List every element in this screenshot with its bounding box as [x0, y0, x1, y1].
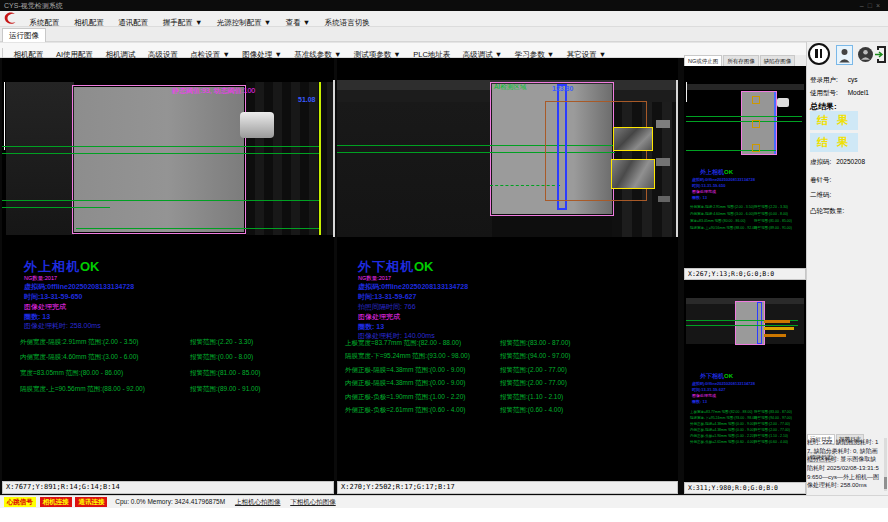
center-camera-ok-status: OK: [414, 259, 434, 274]
mini-alarm-text: 报警范围:(2.00 - 77.00): [754, 428, 790, 432]
mini-measurement-text: 外侧正极-隔膜=4.38mm 范围:(0.00 - 9.00): [690, 422, 755, 426]
close-button[interactable]: ×: [876, 2, 884, 9]
pause-button[interactable]: [808, 43, 830, 65]
virtual-code-label: 虚拟码:: [810, 158, 831, 165]
heartbeat-badge: 心跳信号: [4, 497, 36, 507]
mini-alarm-text: 报警范围:(2.20 - 3.30): [754, 205, 788, 209]
pin-number-label: 卷针号:: [810, 176, 831, 185]
lower-camera-heartbeat-link[interactable]: 下相机心拍图像: [290, 496, 336, 508]
left-done-line: 图像处理完成: [24, 302, 66, 312]
menu-bar: 系统配置 相机配置 通讯配置 握手配置 ▼ 光源控制配置 ▼ 查看 ▼ 系统语言…: [0, 11, 888, 27]
minimize-button[interactable]: –: [860, 2, 868, 9]
logout-button[interactable]: [875, 45, 888, 64]
mini-alarm-text: 报警范围:(0.60 - 4.00): [754, 440, 788, 444]
mini-measurement-text: 外侧宽度-隔膜:2.91mm 范围:(2.00 - 3.50): [690, 205, 754, 209]
alarm-range-text: 报警范围:(81.00 - 85.00): [190, 369, 260, 378]
mini-measurement-text: 外侧正极-负极=2.61mm 范围:(0.60 - 4.00): [690, 440, 755, 444]
tab-all-saved-images[interactable]: 所有存图像: [723, 55, 759, 66]
mini-top-marker-3: [752, 144, 760, 152]
pause-icon: [820, 49, 823, 58]
qr-code-label: 二维码:: [810, 191, 831, 200]
left-baseline-2: [2, 153, 319, 154]
mini-top-baseline-3: [686, 150, 776, 151]
left-view-statusbar: X:7677;Y:891;R:14;G:14;B:14: [2, 481, 334, 494]
mini-top-loops: 圈数: 13: [692, 195, 707, 200]
virtual-code-value: 20250208: [836, 158, 865, 165]
current-user-button[interactable]: [836, 45, 853, 65]
mini-top-camera-name: 外上相机: [700, 169, 724, 175]
toolbar-separator: [2, 48, 3, 58]
mini-bottom-loops: 圈数: 13: [692, 399, 707, 404]
mini-bottom-statusbar: X:311;Y:980;R:0;G:0;B:0: [684, 482, 806, 494]
mini-alarm-text: 报警范围:(1.10 - 2.10): [754, 434, 788, 438]
alarm-range-text: 报警范围:(1.10 - 2.10): [500, 393, 563, 402]
app-window: CYS-视觉检测系统 –□× 系统配置 相机配置 通讯配置 握手配置 ▼ 光源控…: [0, 0, 888, 522]
center-defect-rect-1: [613, 127, 653, 151]
user-icon: [837, 46, 852, 64]
tab-ng-stop-image[interactable]: NG或停止图: [684, 55, 722, 66]
mini-bottom-title: 外下相机OK: [700, 372, 733, 381]
result-box-1: 结 果: [810, 111, 858, 130]
center-measure-tag: 123.80: [552, 85, 573, 92]
mini-top-done: 图像处理完成: [692, 189, 716, 194]
center-camera-name: 外下相机: [358, 259, 414, 274]
mini-bottom-camera-name: 外下相机: [700, 373, 724, 379]
mini-bottom-done: 图像处理完成: [692, 393, 716, 398]
alarm-range-text: 报警范围:(89.00 - 91.00): [190, 385, 260, 394]
measurement-text: 内侧正极-隔膜=4.38mm 范围:(0.00 - 9.00): [345, 379, 465, 388]
window-controls[interactable]: –□×: [860, 0, 884, 11]
mini-alarm-text: 报警范围:(89.00 - 91.00): [754, 226, 792, 230]
log-scrollbar-thumb[interactable]: [884, 477, 887, 489]
upper-camera-heartbeat-link[interactable]: 上相机心拍图像: [235, 496, 281, 508]
mini-bottom-marker-1: [764, 320, 790, 323]
left-time: 时间:13-31-59-650: [24, 292, 82, 302]
mini-top-blue-line: [774, 92, 776, 154]
model-label: 使用型号:: [810, 89, 838, 96]
center-vcode: 虚拟码:0ffline20250208133134728: [358, 282, 468, 292]
mini-top-marker-2: [752, 120, 760, 128]
mini-alarm-text: 报警范围:(2.00 - 77.00): [754, 422, 790, 426]
mini-measurement-text: 内侧正极-负极=1.90mm 范围:(1.00 - 2.20): [690, 434, 755, 438]
left-baseline-1: [2, 146, 319, 147]
mini-alarm-text: 报警范围:(81.00 - 85.00): [754, 219, 792, 223]
log-scrollbar[interactable]: [884, 438, 887, 491]
left-measure-tag: 51.08: [298, 96, 316, 103]
virtual-code-row: 虚拟码: 20250208: [810, 158, 865, 167]
center-image-edge-line: [676, 80, 678, 237]
left-camera-title: 外上相机OK: [24, 258, 100, 276]
camera-connect-badge: 相机连接: [40, 497, 72, 507]
center-camera-title: 外下相机OK: [358, 258, 434, 276]
login-user-label: 登录用户:: [810, 76, 838, 83]
center-left-texture: [337, 102, 492, 237]
tab-defect-saved-images[interactable]: 缺陷存图像: [760, 55, 796, 66]
measurement-text: 内侧宽度-隔膜:4.60mm 范围:(3.00 - 6.00): [20, 353, 138, 362]
left-white-edge-line: [4, 82, 5, 150]
alarm-range-text: 报警范围:(2.00 - 77.00): [500, 366, 567, 375]
user-dark-icon: [858, 47, 873, 62]
mini-top-baseline-2: [686, 121, 802, 122]
mini-top-marker-1: [752, 96, 760, 104]
left-vcode: 虚拟码:0ffline20250208133134728: [24, 282, 134, 292]
window-titlebar: CYS-视觉检测系统 –□×: [0, 0, 888, 11]
user-manager-button[interactable]: [858, 47, 873, 62]
left-baseline-3: [2, 200, 319, 201]
measurement-text: 内侧正极-负极=1.90mm 范围:(1.00 - 2.20): [345, 393, 465, 402]
measurement-text: 外侧宽度-隔膜:2.91mm 范围:(2.00 - 3.50): [20, 338, 138, 347]
mini-alarm-text: 报警范围:(94.00 - 97.00): [754, 416, 792, 420]
mini-top-measurements: 外侧宽度-隔膜:2.91mm 范围:(2.00 - 3.50) 报警范围:(2.…: [690, 205, 804, 235]
alarm-range-text: 报警范围:(2.00 - 77.00): [500, 379, 567, 388]
mini-measurement-text: 隔膜宽度-下=95.24mm 范围:(93.00 - 98.00): [690, 416, 757, 420]
login-user-value: cys: [848, 76, 858, 83]
measurement-text: 外侧正极-负极=2.61mm 范围:(0.60 - 4.00): [345, 406, 465, 415]
left-baseline-4: [2, 207, 110, 208]
maximize-button[interactable]: □: [868, 2, 876, 9]
cpu-memory-text: Cpu: 0.0% Memory: 3424.41796875M: [115, 496, 225, 508]
center-defect-rect-2: [611, 159, 655, 189]
left-elapsed: 图像处理耗时: 258.00ms: [24, 321, 101, 331]
comm-connect-badge: 通讯连接: [75, 497, 107, 507]
left-measurements: 外侧宽度-隔膜:2.91mm 范围:(2.00 - 3.50) 报警范围:(2.…: [20, 338, 330, 408]
mini-measurement-text: 宽度=83.05mm 范围:(80.00 - 86.00): [690, 219, 746, 223]
center-view-statusbar: X:270;Y:2502;R:17;G:17;B:17: [337, 481, 678, 494]
mini-top-statusbar: X:267;Y:13;R:0;G:0;B:0: [684, 268, 806, 280]
tab-running-image[interactable]: 运行图像: [2, 28, 46, 43]
